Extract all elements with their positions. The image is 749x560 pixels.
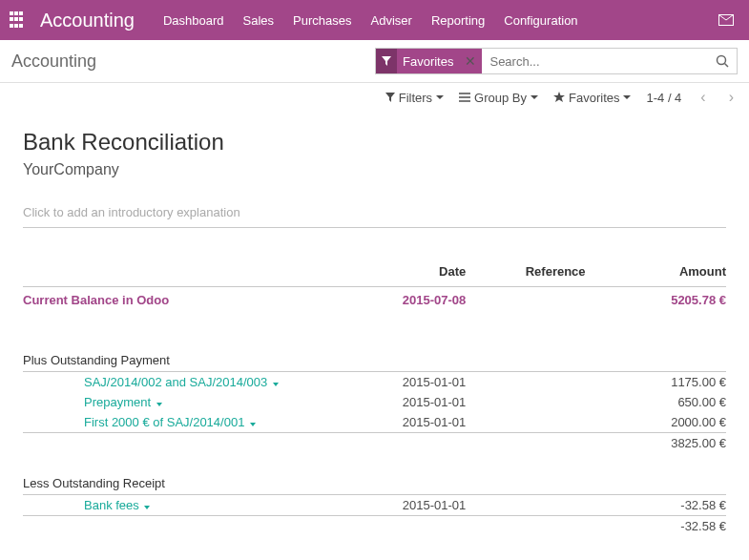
groupby-button[interactable]: Group By	[459, 91, 538, 105]
nav-configuration[interactable]: Configuration	[504, 13, 577, 28]
star-icon	[553, 92, 565, 103]
nav-links: Dashboard Sales Purchases Adviser Report…	[163, 13, 713, 28]
breadcrumb[interactable]: Accounting	[11, 52, 96, 72]
control-bar: Accounting Favorites ✕	[0, 40, 749, 83]
row-subtotal: -32.58 €	[23, 516, 726, 537]
list-icon	[459, 93, 470, 102]
filter-icon	[376, 49, 397, 73]
row-subtotal: 3825.00 €	[23, 433, 726, 454]
cell-amount: 2000.00 €	[586, 412, 726, 433]
pager-next[interactable]: ›	[725, 89, 738, 106]
search-facet: Favorites ✕	[376, 49, 482, 73]
col-date: Date	[361, 257, 467, 287]
search-view: Favorites ✕	[375, 48, 738, 74]
search-input[interactable]	[482, 54, 708, 69]
cell-date: 2015-01-01	[361, 392, 467, 412]
favorites-label: Favorites	[569, 91, 619, 105]
table-row: Prepayment 2015-01-01 650.00 €	[23, 392, 726, 412]
entry-link[interactable]: First 2000 € of SAJ/2014/001	[84, 415, 244, 429]
mail-icon[interactable]	[713, 14, 739, 26]
apps-icon[interactable]	[10, 11, 27, 29]
svg-line-2	[725, 64, 729, 68]
col-amount: Amount	[586, 257, 726, 287]
cell-date: 2015-07-08	[361, 287, 467, 314]
report-title: Bank Reconciliation	[23, 129, 726, 156]
company-name: YourCompany	[23, 161, 726, 178]
chevron-down-icon[interactable]	[156, 403, 162, 406]
svg-point-1	[718, 56, 726, 65]
top-nav: Accounting Dashboard Sales Purchases Adv…	[0, 0, 749, 40]
app-brand: Accounting	[40, 10, 135, 31]
chevron-down-icon	[623, 95, 631, 99]
section-outstanding-receipt: Less Outstanding Receipt	[23, 453, 726, 495]
reconciliation-table: Date Reference Amount Current Balance in…	[23, 257, 726, 556]
row-current-balance: Current Balance in Odoo 2015-07-08 5205.…	[23, 287, 726, 314]
cell-amount: 650.00 €	[586, 392, 726, 412]
table-row: First 2000 € of SAJ/2014/001 2015-01-01 …	[23, 412, 726, 433]
nav-dashboard[interactable]: Dashboard	[163, 13, 224, 28]
filters-button[interactable]: Filters	[385, 91, 444, 105]
chevron-down-icon[interactable]	[250, 423, 256, 426]
cell-amount: -32.58 €	[586, 495, 726, 516]
nav-reporting[interactable]: Reporting	[431, 13, 485, 28]
chevron-down-icon	[531, 95, 538, 99]
favorites-button[interactable]: Favorites	[553, 91, 631, 105]
cell-amount: 5205.78 €	[586, 287, 726, 314]
cell-date: 2015-01-01	[361, 495, 467, 516]
nav-adviser[interactable]: Adviser	[371, 13, 412, 28]
chevron-down-icon[interactable]	[144, 506, 150, 509]
table-row: SAJ/2014/002 and SAJ/2014/003 2015-01-01…	[23, 372, 726, 393]
cell-amount: 1175.00 €	[586, 372, 726, 393]
entry-link[interactable]: Bank fees	[84, 498, 139, 512]
report-content: Bank Reconciliation YourCompany Click to…	[0, 115, 749, 556]
tool-bar: Filters Group By Favorites 1-4 / 4 ‹ ›	[0, 83, 749, 115]
table-row: Bank fees 2015-01-01 -32.58 €	[23, 495, 726, 516]
pager-count: 1-4 / 4	[646, 91, 681, 105]
cell-amount: -32.58 €	[586, 516, 726, 537]
filter-icon	[385, 93, 395, 102]
cell-label: Current Balance in Odoo	[23, 287, 361, 314]
chevron-down-icon[interactable]	[273, 383, 279, 386]
filters-label: Filters	[399, 91, 432, 105]
cell-amount: 0.00 €	[586, 536, 726, 556]
nav-purchases[interactable]: Purchases	[293, 13, 351, 28]
row-unencoded: Plus Unencoded Statements 0.00 €	[23, 536, 726, 556]
entry-link[interactable]: Prepayment	[84, 395, 151, 409]
pager-prev[interactable]: ‹	[697, 89, 709, 106]
section-outstanding-payment: Plus Outstanding Payment	[23, 330, 726, 372]
groupby-label: Group By	[474, 91, 527, 105]
intro-placeholder[interactable]: Click to add an introductory explanation	[23, 205, 726, 228]
search-icon[interactable]	[708, 54, 737, 68]
close-icon[interactable]: ✕	[459, 53, 482, 69]
cell-amount: 3825.00 €	[586, 433, 726, 454]
cell-date: 2015-01-01	[361, 412, 467, 433]
facet-label: Favorites	[397, 54, 459, 69]
nav-sales[interactable]: Sales	[243, 13, 275, 28]
chevron-down-icon	[436, 95, 444, 99]
cell-date: 2015-01-01	[361, 372, 467, 393]
col-reference: Reference	[466, 257, 585, 287]
entry-link[interactable]: SAJ/2014/002 and SAJ/2014/003	[84, 375, 267, 389]
